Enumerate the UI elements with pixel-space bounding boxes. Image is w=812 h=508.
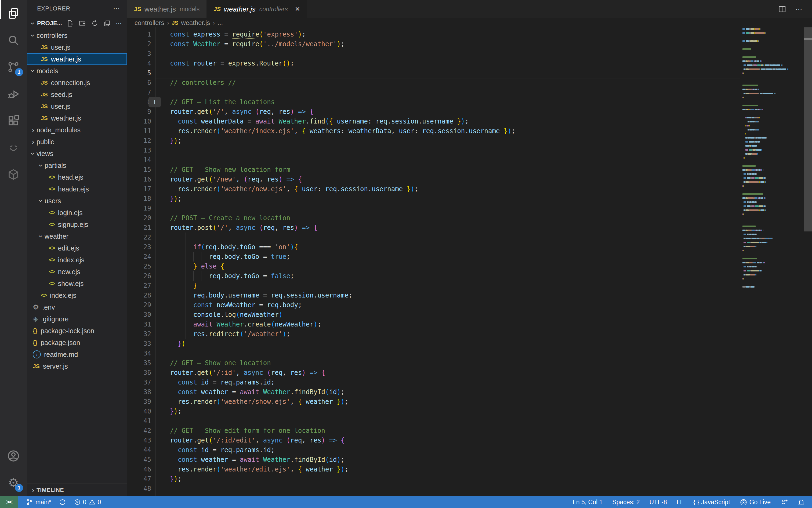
line-number[interactable]: 19 xyxy=(127,204,151,213)
code-line-29[interactable]: 29 const newWeather = req.body; xyxy=(127,300,740,310)
code-line-19[interactable]: 19 xyxy=(127,204,740,213)
line-number[interactable]: 18 xyxy=(127,194,151,204)
line-number[interactable]: 21 xyxy=(127,223,151,232)
tree-item-server.js[interactable]: JSserver.js xyxy=(27,360,127,372)
tree-item-users[interactable]: ›users xyxy=(27,195,127,207)
breadcrumb-file[interactable]: weather.js xyxy=(181,19,210,27)
code-line-4[interactable]: 4const router = express.Router(); xyxy=(127,58,740,68)
code-line-22[interactable]: 22 xyxy=(127,232,740,242)
line-number[interactable]: 24 xyxy=(127,252,151,261)
line-number[interactable]: 5 xyxy=(127,68,151,78)
code-line-42[interactable]: 42// GET – Show edit form for one locati… xyxy=(127,426,740,435)
tree-item-node_modules[interactable]: ›node_modules xyxy=(27,124,127,136)
line-number[interactable]: 39 xyxy=(127,397,151,407)
line-number[interactable]: 28 xyxy=(127,291,151,300)
code-line-21[interactable]: 21router.post('/', async (req, res) => { xyxy=(127,223,740,232)
line-number[interactable]: 9 xyxy=(127,107,151,117)
code-line-30[interactable]: 30 console.log(newWeather) xyxy=(127,310,740,320)
code-line-41[interactable]: 41 xyxy=(127,416,740,426)
code-line-27[interactable]: 27 } xyxy=(127,281,740,291)
git-branch-item[interactable]: main* xyxy=(26,498,51,506)
smiley-extension-icon[interactable] xyxy=(0,134,27,161)
code-line-13[interactable]: 13 xyxy=(127,145,740,155)
line-number[interactable]: 11 xyxy=(127,126,151,136)
code-line-31[interactable]: 31 await Weather.create(newWeather); xyxy=(127,320,740,329)
tree-item-header.ejs[interactable]: <>header.ejs xyxy=(27,183,127,195)
tree-item-connection.js[interactable]: JSconnection.js xyxy=(27,77,127,89)
line-number[interactable]: 40 xyxy=(127,407,151,416)
remote-indicator[interactable]: >< xyxy=(0,496,18,508)
hexagon-box-icon[interactable] xyxy=(0,161,27,188)
refresh-icon[interactable] xyxy=(91,19,98,27)
add-comment-button[interactable]: + xyxy=(148,97,161,108)
line-number[interactable]: 43 xyxy=(127,435,151,445)
code-line-2[interactable]: 2const Weather = require('../models/weat… xyxy=(127,39,740,49)
cursor-position[interactable]: Ln 5, Col 1 xyxy=(573,499,603,506)
code-line-11[interactable]: 11 res.render('weather/index.ejs', { wea… xyxy=(127,126,740,136)
line-number[interactable]: 15 xyxy=(127,165,151,174)
tree-item-index.ejs[interactable]: <>index.ejs xyxy=(27,254,127,266)
code-line-45[interactable]: 45 const weather = await Weather.findByI… xyxy=(127,455,740,465)
tree-item-public[interactable]: ›public xyxy=(27,136,127,148)
code-line-1[interactable]: 1const express = require('express'); xyxy=(127,30,740,39)
line-number[interactable]: 30 xyxy=(127,310,151,320)
code-line-43[interactable]: 43router.get('/:id/edit', async (req, re… xyxy=(127,435,740,445)
editor-more-icon[interactable]: ⋯ xyxy=(795,5,803,13)
search-icon[interactable] xyxy=(0,27,27,54)
line-number[interactable]: 42 xyxy=(127,426,151,435)
tree-item-head.ejs[interactable]: <>head.ejs xyxy=(27,171,127,183)
code-line-36[interactable]: 36router.get('/:id', async (req, res) =>… xyxy=(127,368,740,378)
scrollbar-thumb[interactable] xyxy=(804,28,812,231)
line-number[interactable]: 36 xyxy=(127,368,151,378)
line-number[interactable]: 3 xyxy=(127,49,151,58)
account-icon[interactable] xyxy=(0,442,27,469)
code-line-10[interactable]: 10 const weatherData = await Weather.fin… xyxy=(127,117,740,126)
tree-item-weather.js[interactable]: JSweather.js xyxy=(27,112,127,124)
code-line-47[interactable]: 47}); xyxy=(127,474,740,484)
line-number[interactable]: 34 xyxy=(127,348,151,358)
tree-item-seed.js[interactable]: JSseed.js xyxy=(27,89,127,100)
line-number[interactable]: 45 xyxy=(127,455,151,465)
line-number[interactable]: 44 xyxy=(127,445,151,455)
run-debug-icon[interactable] xyxy=(0,81,27,108)
new-folder-icon[interactable] xyxy=(79,19,86,27)
code-line-40[interactable]: 40}); xyxy=(127,407,740,416)
line-number[interactable]: 2 xyxy=(127,39,151,49)
source-control-icon[interactable]: 1 xyxy=(0,54,27,81)
code-line-38[interactable]: 38 const weather = await Weather.findByI… xyxy=(127,387,740,397)
tree-item-weather[interactable]: ›weather xyxy=(27,230,127,242)
line-number[interactable]: 33 xyxy=(127,339,151,348)
line-number[interactable]: 46 xyxy=(127,465,151,474)
line-number[interactable]: 41 xyxy=(127,416,151,426)
line-number[interactable]: 26 xyxy=(127,271,151,281)
extensions-icon[interactable] xyxy=(0,108,27,134)
code-line-15[interactable]: 15// GET – Show new location form xyxy=(127,165,740,174)
line-number[interactable]: 6 xyxy=(127,78,151,88)
split-editor-icon[interactable] xyxy=(778,5,786,13)
tree-item-index.ejs[interactable]: <>index.ejs xyxy=(27,289,127,301)
tree-item-package-lock.json[interactable]: {}package-lock.json xyxy=(27,325,127,337)
code-line-25[interactable]: 25 } else { xyxy=(127,261,740,271)
tree-item-.gitignore[interactable]: ◈.gitignore xyxy=(27,313,127,325)
line-number[interactable]: 23 xyxy=(127,242,151,252)
go-live-button[interactable]: Go Live xyxy=(740,498,771,506)
code-line-24[interactable]: 24 req.body.toGo = true; xyxy=(127,252,740,261)
tree-item-views[interactable]: ›views xyxy=(27,148,127,160)
code-editor[interactable]: 1const express = require('express');2con… xyxy=(127,28,740,496)
close-icon[interactable]: ✕ xyxy=(295,5,300,13)
code-line-35[interactable]: 35// GET – Show one location xyxy=(127,358,740,368)
line-number[interactable]: 25 xyxy=(127,261,151,271)
line-number[interactable]: 17 xyxy=(127,184,151,194)
explorer-menu-icon[interactable]: ⋯ xyxy=(113,5,121,13)
tree-item-controllers[interactable]: ›controllers xyxy=(27,30,127,41)
tree-item-user.js[interactable]: JSuser.js xyxy=(27,41,127,53)
line-number[interactable]: 38 xyxy=(127,387,151,397)
code-line-6[interactable]: 6// controllers // xyxy=(127,78,740,88)
line-number[interactable]: 16 xyxy=(127,174,151,184)
problems-item[interactable]: 0 0 xyxy=(74,499,101,506)
code-line-20[interactable]: 20// POST – Create a new location xyxy=(127,213,740,223)
line-number[interactable]: 47 xyxy=(127,474,151,484)
code-line-26[interactable]: 26 req.body.toGo = false; xyxy=(127,271,740,281)
tree-item-weather.js[interactable]: JSweather.js xyxy=(27,53,127,65)
code-line-33[interactable]: 33 }) xyxy=(127,339,740,348)
